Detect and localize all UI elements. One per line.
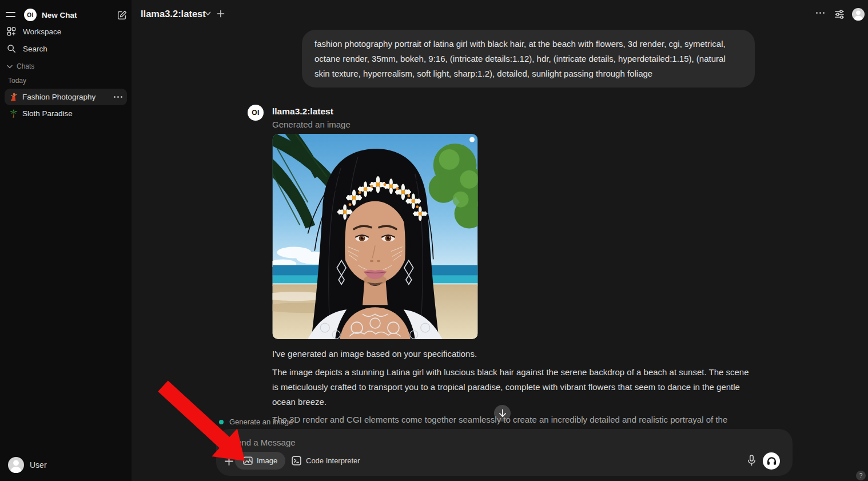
header-menu-ellipsis-icon[interactable] [816, 12, 825, 14]
model-selector[interactable]: llama3.2:latest [141, 9, 206, 19]
sidebar: OI New Chat Workspace Search Chats Today [0, 0, 132, 481]
new-model-plus-icon[interactable] [217, 10, 225, 18]
user-name-label: User [30, 460, 47, 470]
chats-section-header[interactable]: Chats [7, 62, 34, 71]
scroll-down-icon [499, 409, 507, 418]
chat-item-fashion-photography[interactable]: Fashion Photography [5, 89, 127, 105]
generated-image[interactable] [272, 134, 478, 339]
user-message-text: fashion photography portrait of latina g… [314, 39, 726, 78]
generation-status: Generate an image [219, 418, 293, 426]
assistant-avatar: OI [248, 105, 264, 121]
headphones-icon [767, 456, 777, 466]
header-user-avatar[interactable] [852, 8, 865, 21]
new-chat-label[interactable]: New Chat [42, 11, 77, 19]
image-icon [243, 456, 253, 465]
code-interpreter-label: Code Interpreter [306, 456, 360, 465]
status-dot [219, 420, 224, 424]
assistant-paragraph: The image depicts a stunning Latina girl… [272, 365, 751, 410]
message-input[interactable] [231, 434, 734, 450]
palm-tree-emoji [9, 109, 18, 118]
search-icon [7, 44, 16, 53]
new-chat-edit-icon[interactable] [117, 10, 127, 20]
app-logo: OI [24, 9, 37, 21]
status-label: Generate an image [229, 418, 293, 426]
image-button-label: Image [257, 456, 277, 465]
user-message-bubble: fashion photography portrait of latina g… [302, 30, 755, 88]
sidebar-item-search[interactable]: Search [7, 42, 125, 55]
dancer-emoji [9, 93, 18, 102]
model-chevron-down-icon[interactable] [205, 11, 211, 16]
image-generation-button[interactable]: Image [235, 452, 285, 470]
chat-item-sloth-paradise[interactable]: Sloth Paradise [5, 105, 127, 122]
settings-sliders-icon[interactable] [834, 9, 845, 20]
voice-call-button[interactable] [763, 452, 780, 470]
message-composer: Image Code Interpreter [216, 429, 793, 476]
workspace-grid-icon [7, 27, 16, 36]
assistant-name: llama3.2:latest [272, 106, 333, 117]
open-webui-window: OI New Chat Workspace Search Chats Today [0, 0, 868, 481]
time-group-label: Today [8, 77, 26, 85]
chats-section-label: Chats [17, 62, 34, 70]
assistant-generated-status: Generated an image [272, 120, 351, 129]
assistant-paragraph-clipped: The 3D render and CGI elements come toge… [272, 412, 751, 427]
chat-item-label: Fashion Photography [22, 93, 114, 101]
workspace-label: Workspace [23, 27, 61, 36]
code-interpreter-button[interactable]: Code Interpreter [287, 452, 365, 470]
chat-item-label: Sloth Paradise [22, 109, 122, 118]
sidebar-item-workspace[interactable]: Workspace [7, 25, 125, 38]
chat-item-menu-icon[interactable] [114, 96, 122, 98]
mic-icon[interactable] [747, 455, 756, 466]
code-interpreter-icon [292, 456, 301, 466]
sidebar-user-profile[interactable]: User [8, 456, 122, 474]
assistant-paragraph: I've generated an image based on your sp… [272, 347, 751, 361]
sidebar-toggle-icon[interactable] [6, 11, 15, 19]
search-label: Search [23, 45, 47, 53]
scroll-to-bottom-button[interactable] [494, 405, 511, 422]
help-button[interactable]: ? [856, 471, 866, 480]
chevron-down-icon [7, 65, 13, 69]
user-avatar-icon [8, 457, 24, 473]
